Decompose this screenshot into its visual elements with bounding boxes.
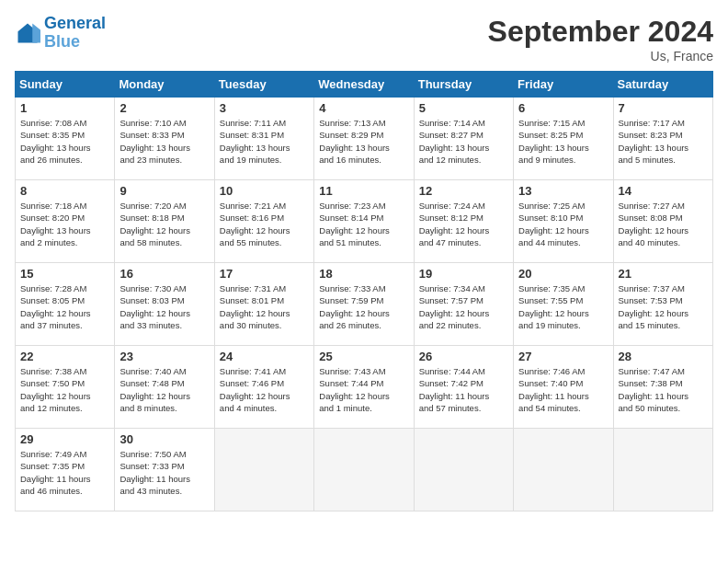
week-row: 29 Sunrise: 7:49 AMSunset: 7:35 PMDaylig… (16, 429, 713, 511)
day-number: 7 (619, 101, 708, 115)
day-info: Sunrise: 7:10 AMSunset: 8:33 PMDaylight:… (119, 117, 209, 166)
day-info: Sunrise: 7:50 AMSunset: 7:33 PMDaylight:… (119, 448, 209, 497)
day-cell-15: 15 Sunrise: 7:28 AMSunset: 8:05 PMDaylig… (16, 263, 115, 346)
day-number: 12 (419, 184, 508, 198)
day-cell-12: 12 Sunrise: 7:24 AMSunset: 8:12 PMDaylig… (414, 180, 513, 263)
day-info: Sunrise: 7:35 AMSunset: 7:55 PMDaylight:… (518, 282, 608, 331)
day-cell-5: 5 Sunrise: 7:14 AMSunset: 8:27 PMDayligh… (414, 98, 513, 180)
header-friday: Friday (514, 72, 613, 98)
day-number: 21 (619, 267, 708, 281)
day-number: 4 (319, 101, 408, 115)
day-number: 19 (419, 267, 508, 281)
day-cell-8: 8 Sunrise: 7:18 AMSunset: 8:20 PMDayligh… (16, 180, 115, 263)
empty-cell (613, 429, 712, 511)
day-number: 11 (319, 184, 408, 198)
day-cell-13: 13 Sunrise: 7:25 AMSunset: 8:10 PMDaylig… (514, 180, 613, 263)
day-cell-24: 24 Sunrise: 7:41 AMSunset: 7:46 PMDaylig… (214, 346, 313, 429)
logo: General Blue (15, 15, 106, 52)
day-info: Sunrise: 7:17 AMSunset: 8:23 PMDaylight:… (619, 117, 708, 166)
day-number: 30 (119, 432, 209, 446)
day-cell-28: 28 Sunrise: 7:47 AMSunset: 7:38 PMDaylig… (613, 346, 712, 429)
day-cell-16: 16 Sunrise: 7:30 AMSunset: 8:03 PMDaylig… (115, 263, 214, 346)
day-info: Sunrise: 7:44 AMSunset: 7:42 PMDaylight:… (419, 365, 508, 414)
month-title: September 2024 (488, 15, 713, 49)
day-cell-21: 21 Sunrise: 7:37 AMSunset: 7:53 PMDaylig… (613, 263, 712, 346)
day-info: Sunrise: 7:38 AMSunset: 7:50 PMDaylight:… (20, 365, 109, 414)
day-number: 13 (518, 184, 608, 198)
day-number: 20 (518, 267, 608, 281)
day-number: 6 (518, 101, 608, 115)
day-cell-4: 4 Sunrise: 7:13 AMSunset: 8:29 PMDayligh… (314, 98, 414, 180)
day-number: 10 (220, 184, 309, 198)
day-cell-7: 7 Sunrise: 7:17 AMSunset: 8:23 PMDayligh… (613, 98, 712, 180)
day-number: 25 (319, 350, 408, 363)
day-info: Sunrise: 7:25 AMSunset: 8:10 PMDaylight:… (518, 200, 608, 248)
day-cell-27: 27 Sunrise: 7:46 AMSunset: 7:40 PMDaylig… (514, 346, 613, 429)
day-number: 3 (220, 101, 309, 115)
day-info: Sunrise: 7:43 AMSunset: 7:44 PMDaylight:… (319, 365, 408, 414)
empty-cell (414, 429, 513, 511)
day-cell-3: 3 Sunrise: 7:11 AMSunset: 8:31 PMDayligh… (214, 98, 313, 180)
day-cell-17: 17 Sunrise: 7:31 AMSunset: 8:01 PMDaylig… (214, 263, 313, 346)
day-number: 14 (619, 184, 708, 198)
weekday-header-row: Sunday Monday Tuesday Wednesday Thursday… (16, 72, 713, 98)
day-cell-20: 20 Sunrise: 7:35 AMSunset: 7:55 PMDaylig… (514, 263, 613, 346)
empty-cell (214, 429, 313, 511)
calendar-table: Sunday Monday Tuesday Wednesday Thursday… (15, 71, 713, 511)
day-info: Sunrise: 7:27 AMSunset: 8:08 PMDaylight:… (619, 200, 708, 248)
day-number: 18 (319, 267, 408, 281)
day-cell-18: 18 Sunrise: 7:33 AMSunset: 7:59 PMDaylig… (314, 263, 414, 346)
day-number: 22 (20, 350, 109, 363)
day-number: 8 (20, 184, 109, 198)
day-cell-19: 19 Sunrise: 7:34 AMSunset: 7:57 PMDaylig… (414, 263, 513, 346)
page-header: General Blue September 2024 Us, France (15, 15, 713, 63)
header-sunday: Sunday (16, 72, 115, 98)
day-cell-29: 29 Sunrise: 7:49 AMSunset: 7:35 PMDaylig… (16, 429, 115, 511)
day-info: Sunrise: 7:28 AMSunset: 8:05 PMDaylight:… (20, 282, 109, 331)
empty-cell (314, 429, 414, 511)
week-row: 15 Sunrise: 7:28 AMSunset: 8:05 PMDaylig… (16, 263, 713, 346)
day-info: Sunrise: 7:46 AMSunset: 7:40 PMDaylight:… (518, 365, 608, 414)
day-info: Sunrise: 7:49 AMSunset: 7:35 PMDaylight:… (20, 448, 109, 497)
day-info: Sunrise: 7:37 AMSunset: 7:53 PMDaylight:… (619, 282, 708, 331)
title-block: September 2024 Us, France (488, 15, 713, 63)
day-info: Sunrise: 7:21 AMSunset: 8:16 PMDaylight:… (220, 200, 309, 248)
day-number: 15 (20, 267, 109, 281)
day-cell-22: 22 Sunrise: 7:38 AMSunset: 7:50 PMDaylig… (16, 346, 115, 429)
logo-icon (15, 20, 40, 46)
day-info: Sunrise: 7:47 AMSunset: 7:38 PMDaylight:… (619, 365, 708, 414)
day-number: 23 (119, 350, 209, 363)
day-number: 17 (220, 267, 309, 281)
day-cell-6: 6 Sunrise: 7:15 AMSunset: 8:25 PMDayligh… (514, 98, 613, 180)
day-info: Sunrise: 7:23 AMSunset: 8:14 PMDaylight:… (319, 200, 408, 248)
day-info: Sunrise: 7:40 AMSunset: 7:48 PMDaylight:… (119, 365, 209, 414)
day-cell-25: 25 Sunrise: 7:43 AMSunset: 7:44 PMDaylig… (314, 346, 414, 429)
day-number: 9 (119, 184, 209, 198)
day-number: 27 (518, 350, 608, 363)
week-row: 1 Sunrise: 7:08 AMSunset: 8:35 PMDayligh… (16, 98, 713, 180)
day-info: Sunrise: 7:13 AMSunset: 8:29 PMDaylight:… (319, 117, 408, 166)
day-info: Sunrise: 7:20 AMSunset: 8:18 PMDaylight:… (119, 200, 209, 248)
day-cell-1: 1 Sunrise: 7:08 AMSunset: 8:35 PMDayligh… (16, 98, 115, 180)
day-number: 1 (20, 101, 109, 115)
day-info: Sunrise: 7:24 AMSunset: 8:12 PMDaylight:… (419, 200, 508, 248)
day-cell-14: 14 Sunrise: 7:27 AMSunset: 8:08 PMDaylig… (613, 180, 712, 263)
day-number: 28 (619, 350, 708, 363)
day-info: Sunrise: 7:33 AMSunset: 7:59 PMDaylight:… (319, 282, 408, 331)
day-cell-26: 26 Sunrise: 7:44 AMSunset: 7:42 PMDaylig… (414, 346, 513, 429)
day-cell-11: 11 Sunrise: 7:23 AMSunset: 8:14 PMDaylig… (314, 180, 414, 263)
day-number: 24 (220, 350, 309, 363)
day-info: Sunrise: 7:31 AMSunset: 8:01 PMDaylight:… (220, 282, 309, 331)
empty-cell (514, 429, 613, 511)
day-cell-9: 9 Sunrise: 7:20 AMSunset: 8:18 PMDayligh… (115, 180, 214, 263)
day-info: Sunrise: 7:14 AMSunset: 8:27 PMDaylight:… (419, 117, 508, 166)
day-cell-2: 2 Sunrise: 7:10 AMSunset: 8:33 PMDayligh… (115, 98, 214, 180)
svg-marker-1 (32, 23, 40, 42)
day-info: Sunrise: 7:11 AMSunset: 8:31 PMDaylight:… (220, 117, 309, 166)
day-number: 2 (119, 101, 209, 115)
day-number: 26 (419, 350, 508, 363)
location: Us, France (488, 49, 713, 63)
header-saturday: Saturday (613, 72, 712, 98)
day-cell-30: 30 Sunrise: 7:50 AMSunset: 7:33 PMDaylig… (115, 429, 214, 511)
header-thursday: Thursday (414, 72, 513, 98)
